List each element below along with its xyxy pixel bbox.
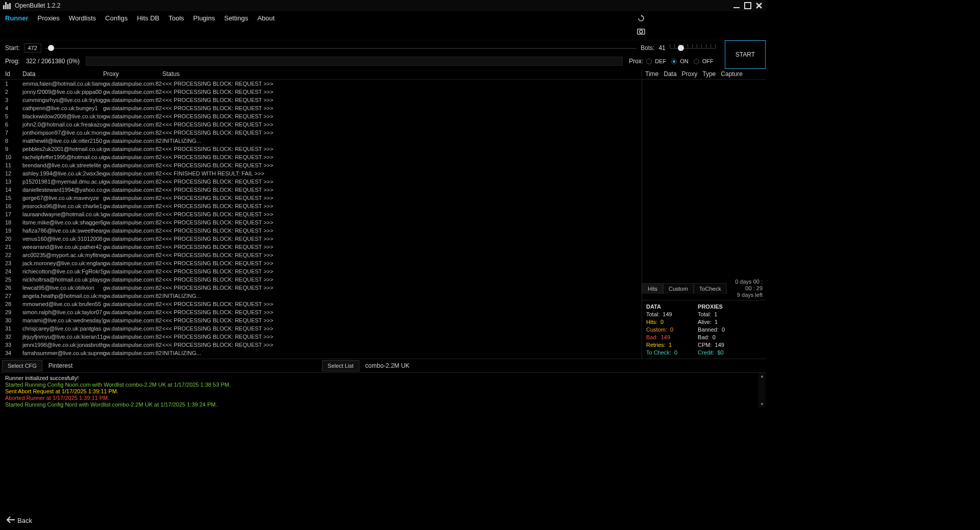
table-row[interactable]: 15gorge67@live.co.uk:mavevyzegw.dataimpu… xyxy=(0,194,642,202)
table-row[interactable]: 27angela.heathp@hotmail.co.uk:marcegw.da… xyxy=(0,292,642,300)
start-label: Start: xyxy=(5,44,20,52)
hits-tab-hits[interactable]: Hits xyxy=(642,283,663,294)
log-panel: ▲▼ Runner initialized succesfully!Starte… xyxy=(0,373,766,408)
table-row[interactable]: 7jonthompson97@live.co.uk:monstergw.data… xyxy=(0,129,642,137)
log-line: Sent Abort Request at 1/17/2025 1:39:11 … xyxy=(5,388,761,395)
select-cfg-button[interactable]: Select CFG xyxy=(2,360,42,371)
table-row[interactable]: 13p15201981@myemail.dmu.ac.uk:llogw.data… xyxy=(0,178,642,186)
col-id: Id xyxy=(5,70,22,78)
log-scrollbar[interactable]: ▲▼ xyxy=(758,373,766,408)
progress-bar xyxy=(86,57,623,66)
runner-table-body[interactable]: 1emma.falen@hotmail.co.uk:liammargw.data… xyxy=(0,80,642,359)
hits-col-time: Time xyxy=(645,70,658,78)
table-row[interactable]: 30manami@live.co.uk:wednesday13gw.dataim… xyxy=(0,316,642,324)
stats-data-header: DATA xyxy=(646,304,677,310)
table-row[interactable]: 29simon.ralph@live.co.uk:taylor07gw.data… xyxy=(0,308,642,316)
cfg-name: Pinterest xyxy=(44,362,320,369)
elapsed-line2: 9 days left xyxy=(730,292,763,298)
table-row[interactable]: 25nickholtrsa@hotmail.co.uk:playstatigw.… xyxy=(0,275,642,284)
elapsed-line1: 0 days 00 : 00 : 29 xyxy=(730,279,763,292)
close-icon[interactable] xyxy=(755,2,763,9)
table-row[interactable]: 10rachelpfeffer1995@hotmail.co.uk:hagw.d… xyxy=(0,153,642,161)
nav-proxies[interactable]: Proxies xyxy=(38,14,60,37)
title-bar: OpenBullet 1.2.2 xyxy=(0,0,766,11)
minimize-icon[interactable] xyxy=(733,2,740,9)
nav-plugins[interactable]: Plugins xyxy=(193,14,215,37)
refresh-icon[interactable] xyxy=(637,14,761,24)
table-row[interactable]: 34farrahsummer@live.co.uk:supreme1gw.dat… xyxy=(0,349,642,357)
runner-table-header: Id Data Proxy Status xyxy=(0,69,642,80)
table-row[interactable]: 18itsme.mike@live.co.uk:shagger69gw.data… xyxy=(0,218,642,226)
maximize-icon[interactable] xyxy=(744,2,751,9)
table-row[interactable]: 9pebbles2uk2001@hotmail.co.uk:lengw.data… xyxy=(0,145,642,153)
prox-radio-def[interactable] xyxy=(646,59,652,64)
hits-col-data: Data xyxy=(664,70,676,78)
table-row[interactable]: 14daniellesteward1994@yahoo.co.uk:gw.dat… xyxy=(0,186,642,194)
nav-tools[interactable]: Tools xyxy=(168,14,184,37)
hits-tab-tocheck[interactable]: ToCheck xyxy=(694,283,727,294)
table-row[interactable]: 2jonny.f2009@live.co.uk:pippa00gw.dataim… xyxy=(0,88,642,96)
app-logo-icon xyxy=(3,2,11,9)
list-name: combo-2.2M UK xyxy=(361,362,766,369)
table-row[interactable]: 6john2.0@hotmail.co.uk:freakazoid1gw.dat… xyxy=(0,120,642,129)
hits-tab-custom[interactable]: Custom xyxy=(663,283,694,294)
table-row[interactable]: 3cummingsrhys@live.co.uk:trylog12gw.data… xyxy=(0,96,642,104)
col-data: Data xyxy=(22,70,103,78)
nav-hits-db[interactable]: Hits DB xyxy=(137,14,159,37)
table-row[interactable]: 4cathpenn@live.co.uk:bungey1gw.dataimpul… xyxy=(0,104,642,112)
table-row[interactable]: 23jack.moroney@live.co.uk:england1gw.dat… xyxy=(0,259,642,267)
table-row[interactable]: 8matthewtil@live.co.uk:otter2150gw.datai… xyxy=(0,137,642,145)
table-row[interactable]: 1emma.falen@hotmail.co.uk:liammargw.data… xyxy=(0,80,642,88)
bots-slider[interactable] xyxy=(670,43,716,53)
nav-about[interactable]: About xyxy=(257,14,275,37)
table-row[interactable]: 21weearrand@live.co.uk:pather42gw.dataim… xyxy=(0,243,642,251)
elapsed-timer: 0 days 00 : 00 : 29 9 days left xyxy=(727,277,766,300)
bots-label: Bots: xyxy=(641,44,654,52)
log-line: Started Running Config Noon.com with Wor… xyxy=(5,382,761,388)
camera-icon[interactable] xyxy=(637,27,761,37)
nav-wordlists[interactable]: Wordlists xyxy=(69,14,96,37)
prox-radio-off[interactable] xyxy=(694,59,699,64)
table-row[interactable]: 33jenni1998@live.co.uk:jonasbrothgw.data… xyxy=(0,341,642,349)
stats-proxies-header: PROXIES xyxy=(698,304,725,310)
hits-col-proxy: Proxy xyxy=(682,70,698,78)
prox-label: Prox: xyxy=(629,58,643,65)
hits-col-type: Type xyxy=(702,70,716,78)
svg-point-3 xyxy=(640,30,643,33)
col-proxy: Proxy xyxy=(103,70,162,78)
app-title: OpenBullet 1.2.2 xyxy=(15,2,60,9)
table-row[interactable]: 5blackxwidow2009@live.co.uk:tornagw.data… xyxy=(0,112,642,120)
bots-value: 41 xyxy=(658,44,665,52)
table-row[interactable]: 28mmowned@live.co.uk:brufen55gw.dataimpu… xyxy=(0,300,642,308)
table-row[interactable]: 17lauraandwayne@hotmail.co.uk:lauragw.da… xyxy=(0,210,642,218)
svg-rect-1 xyxy=(745,3,751,9)
hits-table-header: Time Data Proxy Type Capture xyxy=(642,69,766,80)
start-slider[interactable] xyxy=(45,43,636,53)
table-row[interactable]: 32jtrjuyfjnmyu@live.co.uk:kieran11ukgw.d… xyxy=(0,333,642,341)
table-row[interactable]: 19hafiza786@live.co.uk:sweetheartgw.data… xyxy=(0,226,642,235)
stats-panel: DATA Total:149 Hits:0 Custom:0 Bad:149 R… xyxy=(642,300,766,359)
nav-runner[interactable]: Runner xyxy=(5,14,29,37)
table-row[interactable]: 11brendand@live.co.uk:streetelitegw.data… xyxy=(0,161,642,169)
table-row[interactable]: 35charlieiscox@live.co.uk:charliegw.data… xyxy=(0,357,642,359)
table-row[interactable]: 26lewcat95@live.co.uk:obliviongw.dataimp… xyxy=(0,284,642,292)
table-row[interactable]: 31chrisjcarey@live.co.uk:pantglasgw.data… xyxy=(0,324,642,333)
prog-text: 322 / 2061380 (0%) xyxy=(26,58,80,65)
table-row[interactable]: 20venus160@live.co.uk:31012008gw.dataimp… xyxy=(0,235,642,243)
hits-table-body xyxy=(642,80,766,277)
hits-col-capture: Capture xyxy=(721,70,743,78)
table-row[interactable]: 16jessrocks96@live.co.uk:charlie123gw.da… xyxy=(0,202,642,210)
nav-settings[interactable]: Settings xyxy=(224,14,248,37)
table-row[interactable]: 12ashley.1994@live.co.uk:2wsx3edcgw.data… xyxy=(0,169,642,178)
select-list-button[interactable]: Select List xyxy=(322,360,359,371)
log-line: Started Running Config Nord with Wordlis… xyxy=(5,401,761,408)
table-row[interactable]: 24richiecotton@live.co.uk:FgRokrSjgw.dat… xyxy=(0,267,642,275)
log-line: Runner initialized succesfully! xyxy=(5,375,761,382)
nav-configs[interactable]: Configs xyxy=(105,14,128,37)
start-input[interactable] xyxy=(24,43,41,53)
start-button[interactable]: START xyxy=(725,40,766,69)
svg-rect-0 xyxy=(733,7,740,8)
prox-radio-on[interactable] xyxy=(671,59,677,64)
log-line: Aborted Runner at 1/17/2025 1:39:11 PM. xyxy=(5,395,761,401)
table-row[interactable]: 22arc00235@myport.ac.uk:myfitnesspgw.dat… xyxy=(0,251,642,259)
